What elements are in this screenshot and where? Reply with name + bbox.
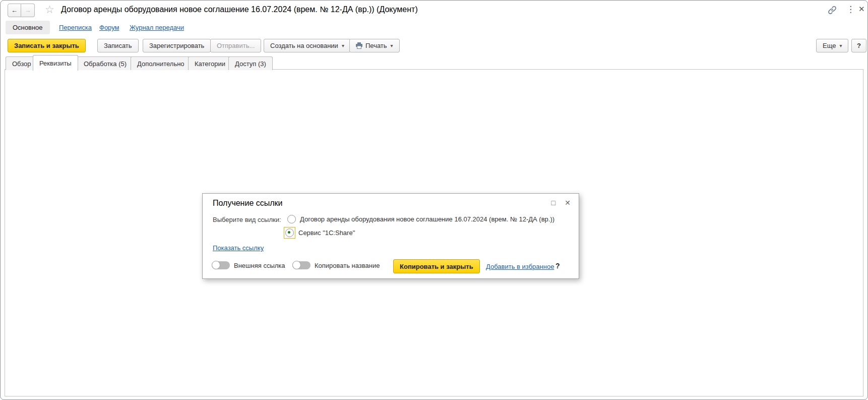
toggle-off-icon xyxy=(212,261,230,269)
get-link-icon[interactable] xyxy=(827,5,837,17)
radio-unselected-icon xyxy=(287,215,296,223)
external-link-toggle[interactable]: Внешняя ссылка xyxy=(212,261,285,269)
register-button[interactable]: Зарегистрировать xyxy=(143,39,211,52)
more-label: Еще xyxy=(823,42,836,49)
dialog-title: Получение ссылки xyxy=(213,199,283,208)
copy-and-close-button[interactable]: Копировать и закрыть xyxy=(393,259,480,273)
copy-name-toggle-label: Копировать название xyxy=(315,262,380,269)
forward-icon: → xyxy=(25,7,31,14)
history-nav: ← → xyxy=(8,4,35,17)
radio-option-document-label: Договор аренды оборудования новое соглаш… xyxy=(300,215,554,223)
print-button[interactable]: Печать ▾ xyxy=(349,39,400,52)
create-based-on-button[interactable]: Создать на основании ▾ xyxy=(264,39,351,52)
dialog-help-icon[interactable]: ? xyxy=(555,262,560,270)
tab-label: Дополнительно xyxy=(137,60,184,68)
save-button[interactable]: Записать xyxy=(97,39,139,52)
tab-label: Категории xyxy=(195,60,225,68)
get-link-dialog: Получение ссылки □ ✕ Выберите вид ссылки… xyxy=(202,193,579,279)
tab-label: Доступ (3) xyxy=(235,60,266,68)
nav-main-label: Основное xyxy=(13,24,43,31)
dialog-close-icon[interactable]: ✕ xyxy=(565,199,571,207)
window-close-icon[interactable]: ✕ xyxy=(858,5,865,14)
create-based-on-label: Создать на основании xyxy=(270,42,338,49)
forward-button[interactable]: → xyxy=(21,4,35,17)
favorite-star-icon[interactable]: ☆ xyxy=(45,4,54,16)
nav-main[interactable]: Основное xyxy=(6,21,50,34)
tab-label: Обзор xyxy=(12,60,31,68)
choose-link-type-label: Выберите вид ссылки: xyxy=(213,216,281,223)
tab-access[interactable]: Доступ (3) xyxy=(228,56,273,70)
dropdown-arrow-icon: ▾ xyxy=(391,43,393,48)
tab-label: Реквизиты xyxy=(39,60,72,67)
dialog-maximize-icon[interactable]: □ xyxy=(551,199,555,207)
add-to-favorites-link[interactable]: Добавить в избранное xyxy=(486,263,554,270)
help-button[interactable]: ? xyxy=(851,39,866,52)
back-button[interactable]: ← xyxy=(8,4,21,17)
external-link-toggle-label: Внешняя ссылка xyxy=(234,262,285,269)
tab-requisites[interactable]: Реквизиты xyxy=(33,55,78,71)
save-and-close-button[interactable]: Записать и закрыть xyxy=(8,39,86,52)
radio-option-service[interactable]: Сервис "1C:Share" xyxy=(284,227,355,239)
send-button[interactable]: Отправить... xyxy=(210,39,261,52)
nav-transfer-log[interactable]: Журнал передачи xyxy=(130,24,184,31)
more-button[interactable]: Еще ▾ xyxy=(816,39,848,52)
toggle-off-icon xyxy=(292,261,311,269)
copy-name-toggle[interactable]: Копировать название xyxy=(292,261,380,269)
back-icon: ← xyxy=(11,7,18,14)
document-window: ← → ☆ Договор аренды оборудования новое … xyxy=(0,0,868,400)
radio-focus-box xyxy=(284,227,295,239)
dropdown-arrow-icon: ▾ xyxy=(342,43,344,48)
radio-option-document[interactable]: Договор аренды оборудования новое соглаш… xyxy=(287,215,554,223)
radio-selected-icon xyxy=(285,228,294,237)
tab-categories[interactable]: Категории xyxy=(188,56,232,70)
print-label: Печать xyxy=(365,42,387,49)
kebab-menu-icon[interactable]: ⋮ xyxy=(846,4,855,15)
tab-label: Обработка (5) xyxy=(84,60,127,68)
nav-forum[interactable]: Форум xyxy=(99,24,119,31)
page-title: Договор аренды оборудования новое соглаш… xyxy=(61,5,418,14)
tab-processing[interactable]: Обработка (5) xyxy=(77,56,133,70)
nav-correspondence[interactable]: Переписка xyxy=(59,24,92,31)
radio-option-service-label: Сервис "1C:Share" xyxy=(298,229,355,237)
tab-additional[interactable]: Дополнительно xyxy=(131,56,191,70)
printer-icon xyxy=(356,42,362,49)
dropdown-arrow-icon: ▾ xyxy=(839,43,842,48)
show-link-link[interactable]: Показать ссылку xyxy=(213,244,264,252)
